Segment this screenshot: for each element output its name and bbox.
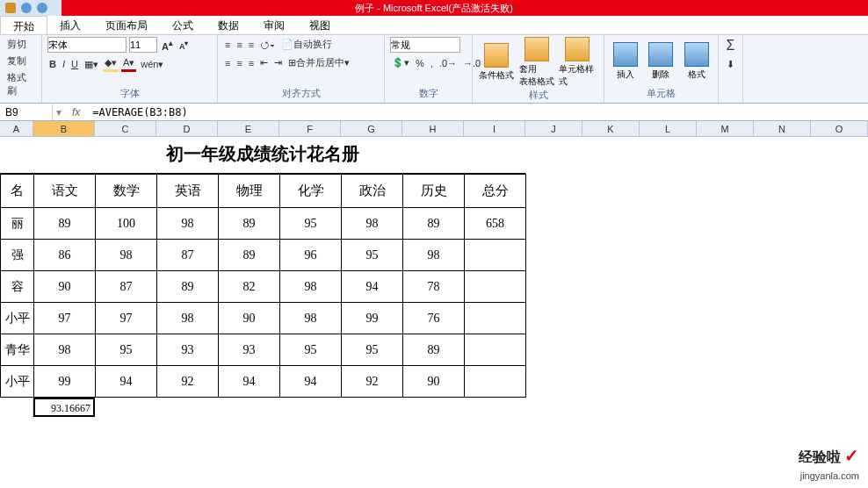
tab-data[interactable]: 数据	[206, 16, 251, 34]
autosum-icon[interactable]: Σ	[725, 37, 737, 54]
column-headers: A B C D E F G H I J K L M N O	[0, 121, 868, 137]
cut-button[interactable]: 剪切	[5, 37, 28, 52]
table-row: 丽891009889959889658	[1, 208, 526, 240]
percent-icon[interactable]: %	[414, 57, 426, 69]
col-header-G[interactable]: G	[341, 121, 402, 136]
fx-icon[interactable]: fx	[65, 106, 87, 118]
bold-button[interactable]: B	[47, 58, 58, 70]
th-chemistry[interactable]: 化学	[280, 175, 342, 208]
shrink-font-icon[interactable]: A▾	[177, 39, 191, 52]
th-history[interactable]: 历史	[403, 175, 465, 208]
th-politics[interactable]: 政治	[342, 175, 403, 208]
font-family-select[interactable]	[47, 37, 127, 53]
col-header-L[interactable]: L	[640, 121, 697, 136]
col-header-E[interactable]: E	[218, 121, 279, 136]
copy-button[interactable]: 复制	[5, 54, 28, 68]
align-bottom-icon[interactable]: ≡	[247, 39, 256, 51]
formula-bar: B9 ▾ fx =AVERAGE(B3:B8)	[0, 104, 868, 121]
col-header-D[interactable]: D	[156, 121, 218, 136]
th-physics[interactable]: 物理	[219, 175, 280, 208]
cell-styles-button[interactable]: 单元格样式	[559, 37, 596, 88]
group-styles-label: 样式	[478, 88, 598, 103]
col-header-N[interactable]: N	[754, 121, 811, 136]
watermark: 经验啦 ✓ jingyanla.com	[799, 445, 859, 483]
col-header-B[interactable]: B	[33, 121, 95, 136]
th-name[interactable]: 名	[1, 175, 34, 208]
data-table: 名 语文 数学 英语 物理 化学 政治 历史 总分 丽8910098899598…	[0, 174, 526, 398]
dropdown-icon[interactable]: ▾	[53, 106, 65, 118]
tab-view[interactable]: 视图	[297, 16, 343, 34]
col-header-O[interactable]: O	[811, 121, 868, 136]
formula-input[interactable]: =AVERAGE(B3:B8)	[87, 104, 868, 120]
th-chinese[interactable]: 语文	[34, 175, 96, 208]
th-total[interactable]: 总分	[465, 175, 526, 208]
table-row: 强86988789969598	[1, 240, 526, 271]
name-box[interactable]: B9	[0, 104, 53, 120]
table-row: 小平97979890989976	[1, 303, 526, 334]
fill-icon[interactable]: ⬇	[725, 58, 736, 71]
orientation-icon[interactable]: ⭯▾	[258, 39, 277, 51]
border-icon[interactable]: ▦▾	[83, 58, 100, 71]
group-font-label: 字体	[47, 86, 212, 101]
table-row: 青华98959393959589	[1, 334, 526, 366]
indent-inc-icon[interactable]: ⇥	[272, 56, 284, 69]
header-row: 名 语文 数学 英语 物理 化学 政治 历史 总分	[1, 175, 526, 208]
tab-layout[interactable]: 页面布局	[93, 16, 160, 34]
save-icon[interactable]	[5, 3, 16, 13]
col-header-H[interactable]: H	[402, 121, 464, 136]
align-center-icon[interactable]: ≡	[235, 57, 243, 69]
col-header-J[interactable]: J	[525, 121, 582, 136]
col-header-C[interactable]: C	[95, 121, 156, 136]
ribbon: 剪切 复制 格式刷 A▴ A▾ B I U ▦▾ ◆▾ A▾ wén▾ 字体	[0, 35, 868, 104]
wrap-text-button[interactable]: 📄自动换行	[279, 37, 334, 52]
italic-button[interactable]: I	[61, 58, 67, 70]
format-table-button[interactable]: 套用 表格格式	[518, 37, 555, 88]
format-cells-button[interactable]: 格式	[681, 42, 712, 81]
group-cells-label: 单元格	[610, 86, 712, 101]
col-header-A[interactable]: A	[0, 121, 33, 136]
comma-icon[interactable]: ,	[429, 57, 435, 69]
redo-icon[interactable]	[37, 3, 47, 13]
insert-cells-button[interactable]: 插入	[610, 42, 641, 81]
title-bar: 例子 - Microsoft Excel(产品激活失败)	[0, 0, 868, 16]
table-row: 小平99949294949290	[1, 366, 526, 398]
format-painter-button[interactable]: 格式刷	[5, 70, 36, 98]
tab-insert[interactable]: 插入	[47, 16, 93, 34]
conditional-format-button[interactable]: 条件格式	[478, 43, 515, 82]
merge-center-button[interactable]: ⊞合并后居中▾	[286, 55, 351, 70]
grow-font-icon[interactable]: A▴	[160, 37, 175, 53]
group-align-label: 对齐方式	[223, 86, 379, 101]
delete-cells-button[interactable]: 删除	[645, 42, 676, 81]
align-middle-icon[interactable]: ≡	[235, 39, 243, 51]
font-size-select[interactable]	[129, 37, 157, 53]
tab-home[interactable]: 开始	[0, 16, 47, 34]
col-header-M[interactable]: M	[697, 121, 754, 136]
tab-formula[interactable]: 公式	[160, 16, 206, 34]
worksheet: A B C D E F G H I J K L M N O 初一年级成绩统计花名…	[0, 121, 868, 417]
sheet-title[interactable]: 初一年级成绩统计花名册	[0, 137, 525, 174]
fill-color-icon[interactable]: ◆▾	[103, 56, 119, 72]
font-color-icon[interactable]: A▾	[121, 56, 136, 72]
col-header-I[interactable]: I	[464, 121, 525, 136]
col-header-K[interactable]: K	[582, 121, 640, 136]
phonetic-icon[interactable]: wén▾	[139, 58, 165, 71]
active-cell[interactable]: 93.16667	[33, 398, 95, 417]
tab-review[interactable]: 审阅	[251, 16, 297, 34]
indent-dec-icon[interactable]: ⇤	[258, 56, 270, 69]
undo-icon[interactable]	[21, 3, 32, 13]
increase-decimal-icon[interactable]: .0→	[438, 57, 459, 69]
align-right-icon[interactable]: ≡	[247, 57, 256, 69]
underline-button[interactable]: U	[69, 58, 80, 70]
align-left-icon[interactable]: ≡	[223, 57, 232, 69]
th-math[interactable]: 数学	[96, 175, 157, 208]
ribbon-tabs: 开始 插入 页面布局 公式 数据 审阅 视图	[0, 16, 868, 35]
align-top-icon[interactable]: ≡	[223, 39, 232, 51]
group-number-label: 数字	[390, 86, 467, 101]
quick-access-toolbar	[0, 0, 61, 16]
check-icon: ✓	[844, 446, 859, 465]
number-format-select[interactable]	[390, 37, 460, 53]
th-english[interactable]: 英语	[157, 175, 219, 208]
table-row: 容90878982989478	[1, 271, 526, 303]
col-header-F[interactable]: F	[279, 121, 341, 136]
currency-icon[interactable]: 💲▾	[390, 56, 411, 69]
